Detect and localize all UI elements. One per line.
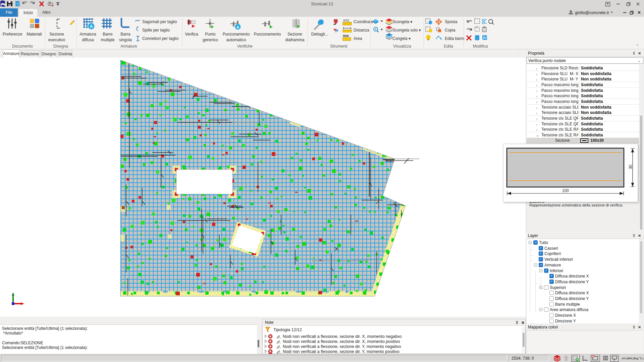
svg-text:A: A	[236, 25, 239, 29]
svg-text:A: A	[90, 24, 93, 29]
svg-text:XYZ: XYZ	[343, 19, 349, 22]
svg-text:30: 30	[628, 165, 633, 169]
svg-text:100: 100	[562, 188, 569, 193]
